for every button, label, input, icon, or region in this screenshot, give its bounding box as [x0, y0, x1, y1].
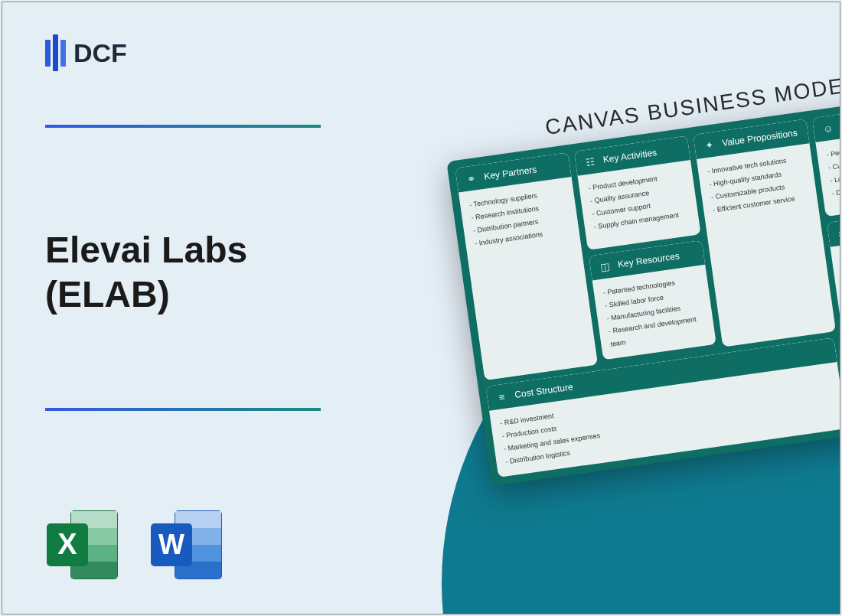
- partners-icon: ⚭: [463, 171, 478, 186]
- page-title: Elevai Labs (ELAB): [45, 228, 247, 316]
- brand-logo: DCF: [45, 34, 127, 71]
- app-icons: X W: [45, 507, 226, 583]
- channels-icon: ⇄: [835, 225, 840, 240]
- card-key-resources: ◫Key Resources Patented technologiesSkil…: [589, 240, 716, 360]
- card-title: Value Propositions: [721, 127, 798, 148]
- cost-icon: ≡: [494, 389, 509, 404]
- document-frame: DCF Elevai Labs (ELAB) X W CANVAS BUSINE…: [2, 2, 840, 614]
- svg-text:W: W: [158, 529, 184, 560]
- card-title: Key Resources: [617, 250, 680, 269]
- card-title: Key Activities: [602, 147, 658, 165]
- card-title: Cost Structure: [514, 381, 574, 400]
- canvas-preview: CANVAS BUSINESS MODEL ⚭Key Partners Tech…: [442, 62, 840, 487]
- resources-icon: ◫: [597, 259, 612, 274]
- divider-top: [45, 125, 321, 128]
- canvas-board: ⚭Key Partners Technology suppliersResear…: [446, 93, 840, 486]
- customer-rel-icon: ☺: [821, 120, 836, 135]
- logo-bars-icon: [45, 34, 66, 71]
- svg-text:X: X: [57, 528, 77, 560]
- card-value-propositions: ✦Value Propositions Innovative tech solu…: [693, 119, 836, 347]
- word-icon: W: [149, 507, 226, 583]
- card-key-partners: ⚭Key Partners Technology suppliersResear…: [455, 152, 599, 380]
- divider-bottom: [45, 408, 321, 411]
- card-revenue-streams: $Revenue S Product salesService contract…: [840, 321, 840, 428]
- excel-icon: X: [45, 507, 122, 583]
- card-title: Key Partners: [483, 164, 537, 182]
- value-icon: ✦: [701, 137, 716, 152]
- brand-name: DCF: [73, 38, 127, 68]
- activities-icon: ☷: [583, 154, 598, 169]
- card-key-activities: ☷Key Activities Product developmentQuali…: [574, 135, 701, 249]
